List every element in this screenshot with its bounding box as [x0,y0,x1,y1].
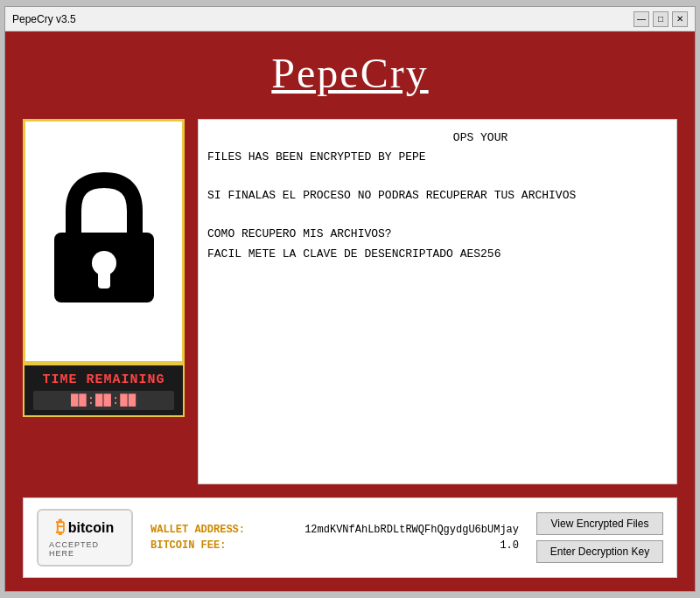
bitcoin-logo-row: ₿ bitcoin [56,518,114,539]
middle-section: TIME REMAINING ██:██:██ OPS YOUR FILES H… [23,119,677,484]
wallet-fee-value: 1.0 [273,539,519,552]
message-textarea[interactable]: OPS YOUR FILES HAS BEEN ENCRYPTED BY PEP… [199,120,676,483]
main-content: PepeCry [5,31,695,591]
app-title: PepeCry [23,31,677,106]
minimize-button[interactable]: — [634,11,649,27]
bottom-buttons: View Encrypted Files Enter Decryption Ke… [536,512,663,563]
wallet-address-value: 12mdKVNfAhLbRDLtRWQFhQgydgU6bUMjay [273,524,519,536]
title-bar-buttons: — □ ✕ [634,11,688,27]
left-panel: TIME REMAINING ██:██:██ [23,119,185,484]
wallet-fee-label: BITCOIN FEE: [150,539,264,552]
time-remaining-label: TIME REMAINING [33,372,174,387]
wallet-info: WALLET ADDRESS: 12mdKVNfAhLbRDLtRWQFhQgy… [150,524,519,552]
wallet-address-row: WALLET ADDRESS: 12mdKVNfAhLbRDLtRWQFhQgy… [150,524,519,536]
bitcoin-symbol-icon: ₿ [56,518,65,539]
lock-box [23,119,185,364]
view-encrypted-files-button[interactable]: View Encrypted Files [536,512,663,535]
wallet-fee-row: BITCOIN FEE: 1.0 [150,539,519,552]
window-title: PepeCry v3.5 [12,13,76,25]
time-remaining-value: ██:██:██ [33,391,174,410]
wallet-address-label: WALLET ADDRESS: [150,524,264,536]
maximize-button[interactable]: □ [653,11,668,27]
title-bar: PepeCry v3.5 — □ ✕ [5,7,695,31]
svg-rect-2 [98,269,110,289]
close-button[interactable]: ✕ [672,11,688,27]
message-area: OPS YOUR FILES HAS BEEN ENCRYPTED BY PEP… [198,119,677,484]
enter-decryption-key-button[interactable]: Enter Decryption Key [536,540,663,563]
bottom-section: ₿ bitcoin ACCEPTED HERE WALLET ADDRESS: … [23,497,677,578]
time-remaining-box: TIME REMAINING ██:██:██ [23,364,185,417]
accepted-here-label: ACCEPTED HERE [49,540,121,558]
lock-icon [47,171,161,311]
main-window: PepeCry v3.5 — □ ✕ PepeCry [4,6,696,592]
bitcoin-badge: ₿ bitcoin ACCEPTED HERE [37,509,133,567]
bitcoin-label: bitcoin [68,520,114,536]
